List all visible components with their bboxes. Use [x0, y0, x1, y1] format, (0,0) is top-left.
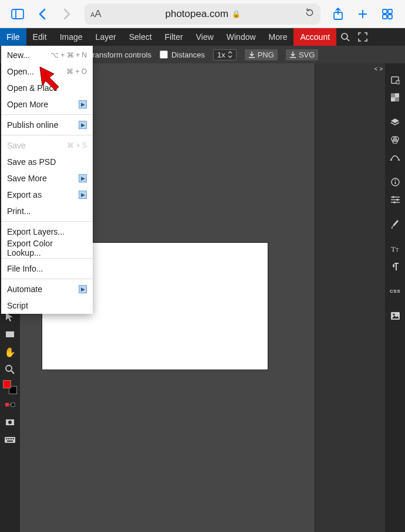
file-save-more[interactable]: Save More ▶ — [1, 170, 93, 187]
svg-point-51 — [396, 198, 399, 201]
svg-rect-20 — [5, 403, 9, 406]
menu-edit[interactable]: Edit — [26, 28, 53, 46]
dropdown-separator — [1, 135, 93, 135]
file-script[interactable]: Script — [1, 297, 93, 314]
channels-panel-icon[interactable] — [388, 133, 402, 147]
submenu-arrow-icon: ▶ — [79, 100, 87, 109]
character-panel-icon[interactable]: TT — [388, 242, 402, 256]
svg-rect-30 — [7, 440, 13, 442]
swatches-panel-icon[interactable] — [388, 90, 402, 104]
annotation-arrow-icon — [38, 65, 65, 92]
file-save-psd[interactable]: Save as PSD — [1, 154, 93, 170]
file-open-more-label: Open More — [7, 100, 48, 109]
paragraph-panel-icon[interactable] — [388, 259, 402, 273]
reload-icon[interactable] — [305, 8, 315, 20]
app-menu-bar: File Edit Image Layer Select Filter View… — [0, 28, 405, 46]
menu-filter[interactable]: Filter — [158, 28, 190, 46]
menu-more[interactable]: More — [262, 28, 294, 46]
reader-icon[interactable]: AA — [90, 8, 102, 20]
file-new-label: New... — [7, 50, 30, 60]
adjust-panel-icon[interactable] — [388, 192, 402, 206]
layers-panel-icon[interactable] — [388, 115, 402, 129]
browser-toolbar: AA photopea.com 🔒 — [0, 0, 405, 28]
file-publish[interactable]: Publish online ▶ — [1, 117, 93, 133]
svg-point-10 — [342, 33, 347, 39]
file-export-lookup[interactable]: Export Color Lookup... — [1, 240, 93, 256]
menu-layer[interactable]: Layer — [89, 28, 123, 46]
panel-dock: < > — [315, 63, 385, 532]
file-export-lookup-label: Export Color Lookup... — [7, 239, 87, 257]
dropdown-separator — [1, 221, 93, 222]
css-panel-icon[interactable]: CSS — [388, 284, 402, 298]
menu-image[interactable]: Image — [53, 28, 89, 46]
file-export-layers[interactable]: Export Layers... — [1, 223, 93, 240]
svg-marker-16 — [6, 313, 13, 321]
zoom-tool-icon[interactable] — [3, 362, 17, 377]
file-export-as-label: Export as — [7, 190, 42, 199]
code-toggle[interactable]: < > — [374, 66, 383, 72]
svg-point-50 — [392, 196, 394, 198]
zoom-selector[interactable]: 1x — [213, 49, 237, 60]
url-host: photopea.com — [165, 8, 228, 20]
svg-marker-57 — [40, 67, 59, 90]
submenu-arrow-icon: ▶ — [79, 285, 87, 293]
file-automate[interactable]: Automate ▶ — [1, 281, 93, 297]
svg-rect-55 — [391, 312, 400, 320]
export-svg-button[interactable]: SVG — [286, 49, 318, 60]
file-info-label: File Info... — [7, 264, 43, 273]
png-label: PNG — [258, 50, 274, 59]
menu-account[interactable]: Account — [293, 28, 336, 46]
file-info[interactable]: File Info... — [1, 260, 93, 277]
brush-panel-icon[interactable] — [388, 217, 402, 231]
share-icon[interactable] — [326, 2, 350, 26]
svg-text:T: T — [396, 247, 399, 253]
file-open-shortcut: ⌘ + O — [66, 67, 87, 76]
opt-distances-wrap[interactable]: Distances — [160, 50, 205, 59]
svg-point-18 — [6, 365, 12, 371]
new-tab-icon[interactable] — [351, 2, 374, 26]
menu-select[interactable]: Select — [123, 28, 158, 46]
right-panel-tabs: TT CSS — [385, 63, 405, 532]
hand-tool-icon[interactable]: ✋ — [3, 345, 17, 359]
paths-panel-icon[interactable] — [388, 150, 402, 164]
opt-transform-controls[interactable]: Transform controls — [88, 50, 151, 59]
tabs-overview-icon[interactable] — [376, 2, 399, 26]
svg-rect-28 — [11, 438, 12, 439]
svg-point-23 — [8, 421, 12, 424]
color-swatches[interactable] — [3, 380, 17, 394]
export-png-button[interactable]: PNG — [245, 49, 278, 60]
distances-checkbox[interactable] — [160, 50, 168, 59]
info-panel-icon[interactable] — [388, 175, 402, 189]
url-bar[interactable]: AA photopea.com 🔒 — [85, 4, 320, 25]
fullscreen-icon[interactable] — [354, 28, 372, 46]
swap-colors-icon[interactable] — [3, 398, 17, 412]
sidebar-toggle-icon[interactable] — [6, 2, 29, 26]
file-export-as[interactable]: Export as ▶ — [1, 187, 93, 203]
file-new[interactable]: New... ⌥ + ⌘ + N — [1, 47, 93, 63]
svg-line-34 — [398, 82, 399, 83]
quickmask-icon[interactable] — [3, 415, 17, 429]
file-automate-label: Automate — [7, 284, 42, 294]
menu-window[interactable]: Window — [220, 28, 262, 46]
file-print[interactable]: Print... — [1, 203, 93, 219]
fg-color-swatch[interactable] — [3, 380, 11, 388]
search-icon[interactable] — [336, 28, 354, 46]
marquee-tool-icon[interactable] — [3, 327, 17, 341]
nav-back-icon[interactable] — [31, 2, 54, 26]
menu-file[interactable]: File — [0, 28, 26, 46]
history-panel-icon[interactable] — [388, 73, 402, 87]
svg-text:T: T — [391, 245, 396, 253]
file-publish-label: Publish online — [7, 120, 58, 130]
svg-point-46 — [394, 179, 396, 181]
svg-rect-24 — [5, 437, 15, 443]
svg-rect-6 — [383, 9, 387, 13]
svg-rect-26 — [8, 438, 9, 439]
menu-view[interactable]: View — [190, 28, 220, 46]
file-open-more[interactable]: Open More ▶ — [1, 96, 93, 113]
svg-rect-29 — [13, 438, 14, 439]
keyboard-icon[interactable] — [3, 433, 17, 447]
submenu-arrow-icon: ▶ — [79, 174, 87, 182]
image-panel-icon[interactable] — [388, 309, 402, 323]
file-script-label: Script — [7, 301, 28, 310]
svg-marker-38 — [391, 118, 399, 123]
